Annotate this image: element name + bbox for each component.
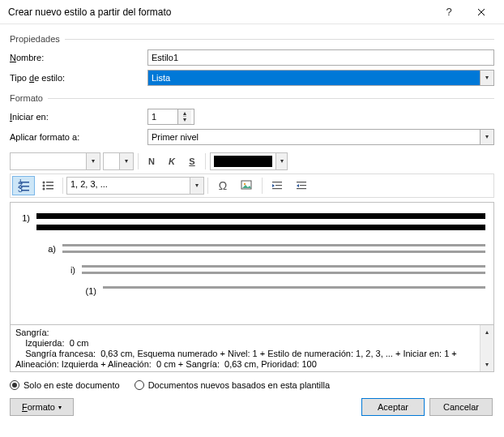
chevron-down-icon[interactable]: ▾: [480, 130, 493, 144]
chevron-down-icon[interactable]: ▾: [86, 153, 100, 169]
font-family-combo[interactable]: ▾: [10, 152, 100, 170]
svg-point-6: [43, 182, 45, 184]
name-input[interactable]: [147, 49, 494, 66]
svg-rect-16: [272, 188, 282, 189]
format-menu-button[interactable]: Formato▾ Formato: [10, 398, 74, 416]
cancel-button[interactable]: Cancelar: [429, 398, 493, 416]
font-size-combo[interactable]: ▾: [103, 152, 134, 170]
font-color-combo[interactable]: ▾: [210, 152, 288, 170]
svg-rect-7: [46, 182, 53, 183]
chevron-down-icon[interactable]: ▾: [190, 178, 203, 194]
radio-label: Solo en este documento: [23, 380, 120, 390]
svg-point-10: [43, 188, 45, 191]
svg-rect-5: [21, 190, 29, 191]
spin-down-icon[interactable]: ▾: [183, 117, 186, 123]
svg-rect-18: [300, 185, 306, 186]
start-at-label: IIniciar en:niciar en:: [10, 112, 147, 122]
preview-pane: 1) a) i) (1): [10, 202, 494, 325]
bold-button[interactable]: N: [143, 152, 160, 170]
help-button[interactable]: ?: [433, 1, 465, 24]
svg-rect-11: [46, 188, 53, 190]
name-label: Nombre:: [10, 53, 147, 62]
numbered-list-button[interactable]: 123: [12, 176, 35, 195]
number-format-combo[interactable]: 1, 2, 3, ... ▾: [66, 177, 204, 195]
insert-picture-button[interactable]: [236, 176, 258, 195]
radio-label: Documentos nuevos basados en esta planti…: [148, 380, 330, 390]
chevron-down-icon[interactable]: ▾: [275, 153, 287, 169]
svg-rect-17: [297, 182, 306, 182]
start-at-input[interactable]: [148, 109, 177, 124]
style-type-label: Tipo de estilo:: [10, 73, 147, 83]
dialog-title: Crear nuevo estilo a partir del formato: [8, 6, 433, 18]
italic-button[interactable]: K: [163, 152, 181, 170]
style-type-combo[interactable]: Lista ▾: [147, 70, 494, 86]
chevron-down-icon[interactable]: ▾: [480, 71, 493, 85]
scrollbar[interactable]: ▴ ▾: [480, 325, 493, 371]
bulleted-list-button[interactable]: [36, 176, 59, 195]
only-this-document-radio[interactable]: Solo en este documento: [10, 380, 120, 390]
underline-button[interactable]: S: [183, 152, 201, 170]
scroll-up-icon[interactable]: ▴: [481, 325, 493, 339]
apply-to-combo[interactable]: Primer nivel ▾: [147, 129, 494, 145]
color-swatch-icon: [214, 156, 272, 167]
svg-point-8: [43, 185, 45, 187]
scroll-down-icon[interactable]: ▾: [481, 358, 493, 371]
properties-group-label: Propiedades: [10, 34, 65, 44]
svg-rect-9: [46, 185, 53, 186]
description-box: Sangría: Izquierda: 0 cm Sangría frances…: [10, 325, 494, 372]
format-group-label: Formato: [10, 93, 48, 103]
ok-button[interactable]: Aceptar: [361, 398, 425, 416]
svg-rect-19: [297, 188, 306, 189]
decrease-indent-button[interactable]: [266, 176, 288, 195]
svg-rect-15: [275, 185, 282, 186]
close-button[interactable]: [465, 1, 498, 24]
new-documents-radio[interactable]: Documentos nuevos basados en esta planti…: [135, 380, 330, 390]
apply-to-label: Aplicar formato a:: [10, 132, 147, 142]
increase-indent-button[interactable]: [290, 176, 313, 195]
svg-point-13: [244, 183, 246, 185]
chevron-down-icon[interactable]: ▾: [119, 153, 133, 169]
svg-rect-14: [272, 182, 282, 182]
symbol-button[interactable]: Ω: [211, 176, 234, 195]
start-at-spinner[interactable]: ▴ ▾: [147, 109, 194, 125]
